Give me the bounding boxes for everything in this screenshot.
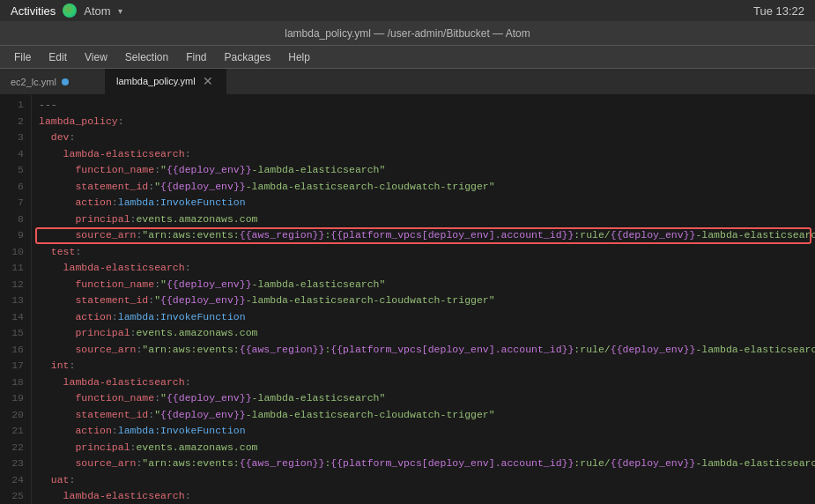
menu-edit[interactable]: Edit [41, 49, 74, 65]
code-line-22: principal: events.amazonaws.com [39, 440, 815, 456]
code-line-19: function_name: "{{deploy_env}}-lambda-el… [39, 390, 815, 407]
code-line-5: function_name: "{{deploy_env}}-lambda-el… [39, 162, 815, 179]
line-numbers: 1 2 3 4 5 6 7 8 9 10 11 12 13 14 15 16 1… [0, 95, 32, 504]
line-number: 23 [11, 456, 24, 472]
line-number: 12 [11, 277, 24, 293]
code-line-2: lambda_policy: [39, 114, 815, 130]
menu-find[interactable]: Find [179, 49, 213, 65]
menu-bar: File Edit View Selection Find Packages H… [0, 46, 815, 69]
tab-modified-indicator [62, 78, 69, 85]
window-title: lambda_policy.yml — /user-admin/Bitbucke… [285, 27, 530, 40]
line-number: 8 [11, 211, 24, 228]
code-line-21: action: lambda:InvokeFunction [39, 423, 815, 440]
system-bar-left: Activities Atom ▾ [11, 4, 122, 18]
code-line-25: lambda-elasticsearch: [39, 488, 815, 504]
line-number: 1 [11, 97, 24, 114]
code-line-3: dev: [39, 130, 815, 146]
code-line-20: statement_id: "{{deploy_env}}-lambda-ela… [39, 407, 815, 424]
atom-menu-label[interactable]: Atom [84, 4, 110, 18]
line-number: 15 [11, 325, 24, 342]
line-number: 24 [11, 472, 24, 489]
code-line-8: principal: events.amazonaws.com [39, 211, 815, 228]
line-number: 6 [11, 179, 24, 196]
line-number: 9 [11, 227, 24, 244]
code-line-6: statement_id: "{{deploy_env}}-lambda-ela… [39, 179, 815, 196]
code-line-10: test: [39, 244, 815, 261]
activities-label[interactable]: Activities [11, 4, 56, 18]
line-number: 21 [11, 423, 24, 440]
code-line-1: --- [39, 97, 815, 114]
line-number: 3 [11, 130, 24, 146]
line-number: 19 [11, 390, 24, 407]
line-number: 16 [11, 342, 24, 359]
code-line-11: lambda-elasticsearch: [39, 260, 815, 277]
code-line-15: principal: events.amazonaws.com [39, 325, 815, 342]
code-line-13: statement_id: "{{deploy_env}}-lambda-ela… [39, 293, 815, 309]
system-bar: Activities Atom ▾ Tue 13:22 [0, 0, 815, 21]
chevron-down-icon: ▾ [118, 6, 122, 16]
line-number: 20 [11, 407, 24, 424]
code-area[interactable]: --- lambda_policy: dev: lambda-elasticse… [32, 95, 815, 504]
tab-bar: ec2_lc.yml lambda_policy.yml ✕ [0, 69, 815, 95]
code-line-16: source_arn: "arn:aws:events:{{aws_region… [39, 342, 815, 359]
code-line-12: function_name: "{{deploy_env}}-lambda-el… [39, 277, 815, 293]
code-line-4: lambda-elasticsearch: [39, 146, 815, 163]
line-number: 22 [11, 440, 24, 456]
atom-icon [63, 4, 77, 18]
line-number: 7 [11, 195, 24, 211]
code-line-14: action: lambda:InvokeFunction [39, 309, 815, 326]
line-number: 25 [11, 488, 24, 504]
tab-label: ec2_lc.yml [11, 77, 56, 87]
code-line-24: uat: [39, 472, 815, 489]
line-number: 2 [11, 114, 24, 130]
code-line-18: lambda-elasticsearch: [39, 374, 815, 391]
code-line-7: action: lambda:InvokeFunction [39, 195, 815, 211]
code-line-17: int: [39, 358, 815, 374]
system-time: Tue 13:22 [753, 4, 804, 18]
menu-help[interactable]: Help [281, 49, 317, 65]
menu-packages[interactable]: Packages [218, 49, 278, 65]
line-number: 17 [11, 358, 24, 374]
line-number: 5 [11, 162, 24, 179]
code-line-23: source_arn: "arn:aws:events:{{aws_region… [39, 456, 815, 472]
line-number: 14 [11, 309, 24, 326]
line-number: 4 [11, 146, 24, 163]
title-bar: lambda_policy.yml — /user-admin/Bitbucke… [0, 21, 815, 46]
tab-label: lambda_policy.yml [116, 76, 196, 86]
tab-lambda-policy[interactable]: lambda_policy.yml ✕ [106, 69, 226, 94]
tab-close-button[interactable]: ✕ [201, 75, 215, 87]
code-line-9: source_arn: "arn:aws:events:{{aws_region… [39, 227, 815, 244]
line-number: 11 [11, 260, 24, 277]
menu-view[interactable]: View [78, 49, 115, 65]
tab-ec2-lc[interactable]: ec2_lc.yml [0, 69, 106, 94]
line-number: 10 [11, 244, 24, 261]
menu-selection[interactable]: Selection [118, 49, 175, 65]
line-number: 18 [11, 374, 24, 391]
line-number: 13 [11, 293, 24, 309]
editor: 1 2 3 4 5 6 7 8 9 10 11 12 13 14 15 16 1… [0, 95, 815, 504]
menu-file[interactable]: File [7, 49, 38, 65]
